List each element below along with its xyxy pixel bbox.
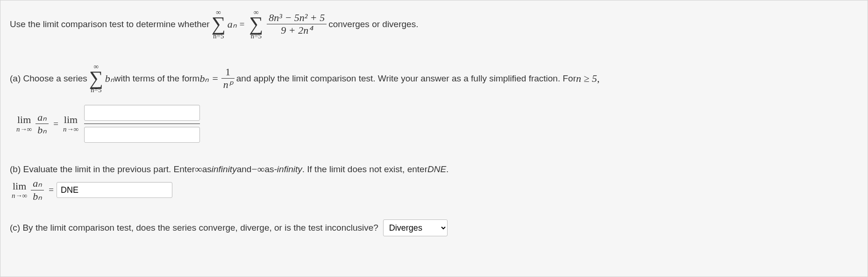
limit-rhs: lim n→∞ [63, 115, 78, 133]
limit-an-bn: lim n→∞ [16, 115, 32, 133]
question-lead: Use the limit comparison test to determi… [10, 19, 210, 29]
limit-b: lim n→∞ [12, 181, 27, 199]
series-numerator: 8n³ − 5n² + 5 [267, 12, 327, 24]
question-tail: converges or diverges. [328, 19, 418, 29]
lim-under: n→∞ [63, 126, 78, 133]
part-b-text2: as [202, 164, 212, 175]
lim-under: n→∞ [16, 126, 32, 133]
part-a-tail: and apply the limit comparison test. Wri… [236, 73, 576, 84]
part-c-text: (c) By the limit comparison test, does t… [10, 223, 378, 233]
series-fraction: 8n³ − 5n² + 5 9 + 2n⁴ [267, 12, 327, 37]
conclusion-select[interactable]: ConvergesDivergesInconclusive [383, 219, 448, 236]
sum-bot: n=5 [91, 87, 101, 94]
sum-bot-2: n=5 [251, 33, 262, 40]
infinity-symbol: ∞ [195, 163, 202, 175]
sigma-icon: ∑ [249, 16, 263, 33]
sum-an: ∞ ∑ n=5 [212, 9, 226, 40]
denominator-input[interactable] [84, 127, 200, 143]
ratio-den: bₙ [36, 124, 49, 136]
dne-word: DNE [427, 164, 446, 175]
term-an: aₙ [228, 18, 237, 30]
part-a-label: (a) Choose a series [10, 73, 87, 84]
term-bn: bₙ [105, 73, 114, 85]
equals: = [49, 185, 54, 195]
bn-num: 1 [223, 66, 232, 78]
ratio-den: bₙ [31, 190, 44, 203]
ratio-fraction: aₙ bₙ [36, 111, 49, 137]
sum-bn: ∞ ∑ n=5 [89, 63, 103, 94]
series-denominator: 9 + 2n⁴ [279, 24, 314, 36]
bn-fraction: 1 nᵖ [221, 66, 235, 91]
neg-infinity-word: -infinity [274, 164, 302, 175]
part-b-period: . [446, 164, 448, 175]
part-b-text5: . If the limit does not exist, enter [302, 164, 427, 175]
neg-infinity-symbol: −∞ [251, 163, 264, 175]
part-b-text3: and [237, 164, 252, 175]
sum-series: ∞ ∑ n=5 [249, 9, 263, 40]
lim-word: lim [13, 181, 26, 191]
numerator-input[interactable] [84, 105, 200, 121]
ratio-num: aₙ [31, 177, 44, 190]
part-b-text4: as [264, 164, 274, 175]
bn-den: nᵖ [221, 79, 235, 91]
sigma-icon: ∑ [212, 16, 226, 33]
sum-bot: n=5 [213, 33, 224, 40]
answer-fraction [84, 105, 200, 143]
ratio-num: aₙ [36, 111, 49, 124]
lim-word: lim [17, 115, 31, 125]
part-a-mid: with terms of the form [114, 73, 200, 84]
part-b-text1: (b) Evaluate the limit in the previous p… [10, 164, 195, 175]
infinity-word: infinity [212, 164, 237, 175]
limit-value-input[interactable] [57, 182, 172, 198]
bn-equals: bₙ = [199, 73, 218, 85]
ratio-fraction-b: aₙ bₙ [31, 177, 44, 203]
sigma-icon: ∑ [89, 70, 103, 87]
lim-under: n→∞ [12, 192, 27, 199]
equals: = [240, 19, 245, 29]
equals: = [53, 119, 58, 129]
lim-word: lim [64, 115, 78, 125]
condition: n ≥ 5, [576, 73, 600, 85]
